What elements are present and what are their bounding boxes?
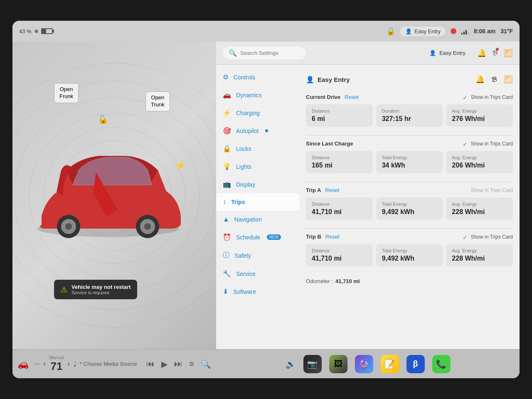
display-icon: 📺 [223,180,231,188]
sidebar-item-safety-label: Safety [234,252,251,259]
skip-forward-icon[interactable]: ⏭ [174,359,182,369]
phone-icon: 📞 [436,359,446,369]
volume-icon[interactable]: 🔊 [286,359,296,369]
since-last-charge-section: Since Last Charge ✓ Show in Trips Card D… [306,140,513,173]
current-drive-reset-button[interactable]: Reset [345,94,359,100]
temp-decrease-button[interactable]: ‹ [43,360,46,368]
slc-avg-energy-label: Avg. Energy [452,155,507,160]
current-drive-show-trips[interactable]: ✓ Show in Trips Card [463,94,513,100]
phone-app-button[interactable]: 📞 [432,355,451,373]
photos-app-button[interactable]: 🖼 [329,355,347,373]
trip-b-reset-button[interactable]: Reset [325,234,340,240]
temperature-display: 31°F [500,28,513,34]
left-bottom-bar: 🚗 ··· ‹ Manual 71 › ♩ * Choose Media Sou… [12,350,216,378]
schedule-icon: ⏰ [223,233,231,241]
trips-icon: ↕ [223,198,226,206]
media-source-label[interactable]: * Choose Media Source [80,361,137,367]
open-trunk-button[interactable]: Open Trunk [145,91,170,111]
schedule-badge: NEW [267,234,281,240]
lock-icon: 🔒 [386,27,395,36]
since-last-charge-stats: Distance 165 mi Total Energy 34 kWh Avg.… [306,151,513,173]
bluetooth-app-button[interactable]: β [406,355,425,373]
trip-a-distance-card: Distance 41,710 mi [306,197,373,220]
search-box[interactable]: 🔍 [223,47,306,59]
sidebar-item-autopilot[interactable]: 🎯 Autopilot [216,122,299,140]
slc-total-energy-label: Total Energy [382,155,437,160]
person-icon: 👤 [405,28,412,34]
since-last-charge-header: Since Last Charge ✓ Show in Trips Card [306,140,513,147]
temp-increase-button[interactable]: › [67,360,70,368]
sidebar-item-schedule[interactable]: ⏰ Schedule NEW [216,228,299,246]
bluetooth-icon[interactable]: 𝔅 [492,49,498,57]
trips-content: 👤 Easy Entry 🔔 𝔅 📶 Current Drive Reset [299,65,520,349]
battery-section: 43 % ❄ [19,28,53,34]
wifi-icon[interactable]: 📶 [504,49,513,58]
sidebar-item-software[interactable]: ⬇ Software [216,283,299,300]
bell-icon[interactable]: 🔔 [477,49,486,58]
sidebar-item-dynamics[interactable]: 🚗 Dynamics [216,86,299,104]
camera-app-button[interactable]: 📷 [303,355,322,373]
search-icon: 🔍 [229,49,237,57]
sidebar-item-controls[interactable]: ⚙ Controls [216,68,299,86]
since-last-charge-title: Since Last Charge [306,140,353,147]
slc-total-energy-card: Total Energy 34 kWh [376,151,443,173]
bell-icon-trips[interactable]: 🔔 [475,75,485,84]
car-icon-bottom[interactable]: 🚗 [17,359,29,369]
sidebar-item-safety[interactable]: ⓘ Safety [216,246,299,265]
signal-bars [461,28,469,34]
sidebar-item-lights[interactable]: 💡 Lights [216,158,299,175]
play-icon[interactable]: ▶ [161,359,167,369]
since-last-charge-show-trips[interactable]: ✓ Show in Trips Card [463,141,513,147]
header-icons: 🔔 𝔅 📶 [477,49,513,58]
warning-text: Vehicle may not restart Service is requi… [71,284,131,295]
trip-a-reset-button[interactable]: Reset [325,187,339,193]
controls-icon: ⚙ [223,73,229,81]
slc-total-energy-value: 34 kWh [382,162,437,169]
svg-point-16 [144,223,151,230]
trip-a-distance-value: 41,710 mi [312,208,367,216]
profile-name-status: Easy Entry [414,28,441,34]
notes-app-button[interactable]: 📝 [381,355,399,373]
skip-back-icon[interactable]: ⏮ [146,359,155,369]
sidebar-item-navigation[interactable]: ▲ Navigation [216,211,299,228]
bluetooth-icon-trips[interactable]: 𝔅 [491,75,497,84]
trip-b-distance-card: Distance 41,710 mi [306,244,373,266]
trips-header-icons: 🔔 𝔅 📶 [475,75,513,84]
open-frunk-button[interactable]: Open Frunk [54,83,79,103]
trip-a-show-trips[interactable]: Show in Trips Card [471,187,513,193]
door-lock-indicator: 🔓 [96,113,109,126]
signal-icon-trips: 📶 [504,75,513,84]
trip-a-avg-energy-label: Avg. Energy [452,202,507,207]
current-drive-energy-value: 276 Wh/mi [452,115,507,123]
sidebar-item-locks[interactable]: 🔒 Locks [216,140,299,158]
combined-bottom-bar: 🚗 ··· ‹ Manual 71 › ♩ * Choose Media Sou… [12,349,520,378]
current-drive-show-trips-label: Show in Trips Card [471,94,513,100]
sidebar-item-software-label: Software [233,288,256,295]
trip-b-title: Trip B [306,234,321,240]
trip-b-avg-energy-label: Avg. Energy [452,248,507,253]
sidebar-item-service[interactable]: 🔧 Service [216,265,299,283]
sidebar-item-display[interactable]: 📺 Display [216,175,299,193]
trip-b-show-trips[interactable]: ✓ Show in Trips Card [463,234,513,240]
media-right-icons: ⏮ ▶ ⏭ ≡ 🔍 [146,359,211,369]
search-input[interactable] [240,50,298,56]
record-icon [451,28,456,34]
profile-section[interactable]: 👤 Easy Entry [400,27,446,36]
svg-point-13 [65,223,72,230]
temp-block: Manual 71 [49,355,64,373]
trip-b-total-energy-value: 9,492 kWh [382,255,437,262]
service-icon: 🔧 [223,270,231,278]
current-drive-distance-value: 6 mi [312,115,367,123]
trips-person-icon: 👤 [306,76,314,84]
siri-app-button[interactable]: 🔮 [355,355,373,373]
current-drive-duration-label: Duration [382,108,437,113]
lights-icon: 💡 [223,163,231,170]
ellipsis-button[interactable]: ··· [34,360,40,368]
trip-b-stats: Distance 41,710 mi Total Energy 9,492 kW… [306,244,513,266]
equalizer-icon[interactable]: ≡ [189,359,194,369]
sidebar-item-charging[interactable]: ⚡ Charging [216,104,299,122]
sidebar-item-trips[interactable]: ↕ Trips [216,193,299,211]
trips-profile-header: 👤 Easy Entry 🔔 𝔅 📶 [306,71,513,87]
trip-b-checkmark: ✓ [463,234,468,240]
search-icon-bottom[interactable]: 🔍 [201,359,211,369]
